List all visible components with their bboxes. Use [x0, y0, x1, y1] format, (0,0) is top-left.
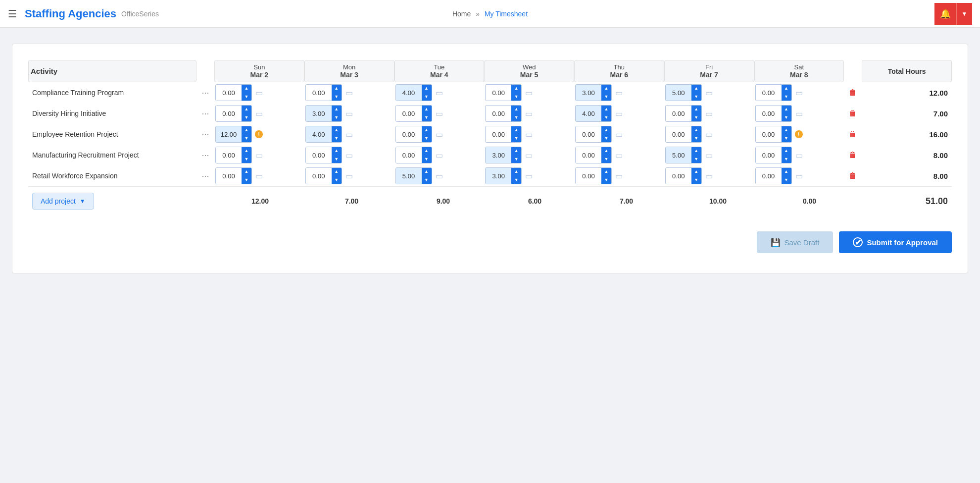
hour-input[interactable] — [396, 84, 422, 101]
note-icon[interactable]: ▭ — [345, 171, 353, 181]
hour-decrement-button[interactable]: ▼ — [691, 176, 701, 184]
hour-increment-button[interactable]: ▲ — [601, 105, 611, 113]
hour-input[interactable] — [576, 167, 601, 184]
note-icon[interactable]: ▭ — [436, 171, 443, 181]
note-icon[interactable]: ▭ — [705, 88, 713, 98]
hour-input[interactable] — [576, 147, 601, 163]
hour-input[interactable] — [216, 126, 242, 143]
hour-input[interactable] — [576, 84, 601, 101]
note-icon[interactable]: ▭ — [615, 151, 623, 160]
note-icon[interactable]: ▭ — [345, 109, 353, 118]
delete-row-button[interactable]: 🗑 — [846, 130, 860, 139]
hour-input[interactable] — [216, 84, 242, 101]
row-menu-dots[interactable]: ··· — [196, 124, 214, 145]
hour-decrement-button[interactable]: ▼ — [422, 93, 432, 101]
hour-input[interactable] — [756, 126, 782, 143]
hour-input[interactable] — [216, 105, 242, 122]
delete-row-button[interactable]: 🗑 — [846, 171, 860, 180]
note-icon[interactable]: ▭ — [345, 88, 353, 98]
hour-decrement-button[interactable]: ▼ — [511, 113, 521, 122]
hour-increment-button[interactable]: ▲ — [332, 126, 342, 134]
hour-increment-button[interactable]: ▲ — [601, 147, 611, 155]
hour-input[interactable] — [486, 167, 511, 184]
hour-increment-button[interactable]: ▲ — [511, 147, 521, 155]
hour-increment-button[interactable]: ▲ — [422, 105, 432, 113]
hour-increment-button[interactable]: ▲ — [782, 167, 791, 176]
hour-decrement-button[interactable]: ▼ — [601, 155, 611, 163]
hour-increment-button[interactable]: ▲ — [332, 84, 342, 93]
breadcrumb-current[interactable]: My Timesheet — [485, 10, 528, 18]
note-icon[interactable]: ▭ — [705, 151, 713, 160]
save-draft-button[interactable]: 💾 Save Draft — [757, 231, 833, 253]
hour-decrement-button[interactable]: ▼ — [332, 155, 342, 163]
hour-decrement-button[interactable]: ▼ — [332, 113, 342, 122]
hour-increment-button[interactable]: ▲ — [242, 167, 251, 176]
hour-decrement-button[interactable]: ▼ — [782, 93, 791, 101]
hour-increment-button[interactable]: ▲ — [601, 167, 611, 176]
delete-row-button[interactable]: 🗑 — [846, 151, 860, 160]
hour-decrement-button[interactable]: ▼ — [691, 134, 701, 143]
note-icon[interactable]: ▭ — [615, 171, 623, 181]
hour-increment-button[interactable]: ▲ — [242, 84, 251, 93]
hour-input[interactable] — [396, 167, 422, 184]
hour-increment-button[interactable]: ▲ — [691, 105, 701, 113]
note-icon[interactable]: ▭ — [436, 109, 443, 118]
note-icon[interactable]: ▭ — [615, 109, 623, 118]
hour-decrement-button[interactable]: ▼ — [601, 113, 611, 122]
hour-input[interactable] — [666, 167, 691, 184]
hour-input[interactable] — [666, 147, 691, 163]
hour-increment-button[interactable]: ▲ — [422, 126, 432, 134]
hour-input[interactable] — [486, 105, 511, 122]
hour-input[interactable] — [666, 84, 691, 101]
note-icon[interactable]: ▭ — [436, 130, 443, 139]
hour-increment-button[interactable]: ▲ — [691, 167, 701, 176]
hour-decrement-button[interactable]: ▼ — [332, 134, 342, 143]
hour-input[interactable] — [486, 126, 511, 143]
hour-decrement-button[interactable]: ▼ — [422, 113, 432, 122]
hour-decrement-button[interactable]: ▼ — [422, 134, 432, 143]
hour-decrement-button[interactable]: ▼ — [332, 93, 342, 101]
hour-input[interactable] — [216, 167, 242, 184]
hour-decrement-button[interactable]: ▼ — [422, 176, 432, 184]
note-icon[interactable]: ▭ — [705, 130, 713, 139]
hour-decrement-button[interactable]: ▼ — [691, 93, 701, 101]
hour-decrement-button[interactable]: ▼ — [782, 134, 791, 143]
hour-decrement-button[interactable]: ▼ — [511, 93, 521, 101]
row-menu-dots[interactable]: ··· — [196, 103, 214, 124]
note-icon[interactable]: ▭ — [255, 88, 263, 98]
note-icon[interactable]: ▭ — [525, 151, 533, 160]
hour-input[interactable] — [666, 126, 691, 143]
hour-input[interactable] — [216, 147, 242, 163]
hour-input[interactable] — [306, 167, 332, 184]
note-icon[interactable]: ▭ — [705, 171, 713, 181]
note-icon[interactable]: ▭ — [345, 151, 353, 160]
hour-input[interactable] — [306, 105, 332, 122]
hour-increment-button[interactable]: ▲ — [601, 84, 611, 93]
hour-decrement-button[interactable]: ▼ — [601, 93, 611, 101]
hour-increment-button[interactable]: ▲ — [782, 147, 791, 155]
hour-increment-button[interactable]: ▲ — [691, 84, 701, 93]
hour-decrement-button[interactable]: ▼ — [242, 113, 251, 122]
hour-input[interactable] — [576, 126, 601, 143]
note-icon[interactable]: ▭ — [345, 130, 353, 139]
hour-input[interactable] — [756, 84, 782, 101]
hour-increment-button[interactable]: ▲ — [511, 105, 521, 113]
hour-increment-button[interactable]: ▲ — [511, 84, 521, 93]
hour-decrement-button[interactable]: ▼ — [242, 134, 251, 143]
hour-increment-button[interactable]: ▲ — [242, 126, 251, 134]
note-icon[interactable]: ▭ — [615, 130, 623, 139]
hour-increment-button[interactable]: ▲ — [242, 105, 251, 113]
hour-decrement-button[interactable]: ▼ — [782, 113, 791, 122]
note-icon[interactable]: ▭ — [436, 88, 443, 98]
hour-increment-button[interactable]: ▲ — [422, 147, 432, 155]
hour-input[interactable] — [486, 147, 511, 163]
hour-input[interactable] — [756, 167, 782, 184]
hour-input[interactable] — [306, 84, 332, 101]
row-menu-dots[interactable]: ··· — [196, 82, 214, 103]
add-project-button[interactable]: Add project ▼ — [32, 193, 94, 210]
note-icon[interactable]: ▭ — [795, 109, 803, 118]
hour-increment-button[interactable]: ▲ — [601, 126, 611, 134]
note-icon[interactable]: ▭ — [525, 130, 533, 139]
note-icon[interactable]: ▭ — [525, 171, 533, 181]
row-menu-dots[interactable]: ··· — [196, 145, 214, 165]
